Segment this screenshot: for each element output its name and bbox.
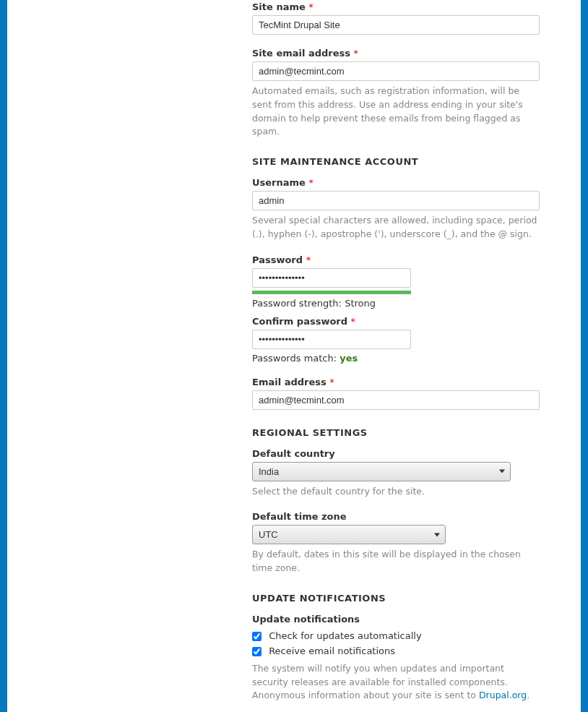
default-timezone-select-wrap: UTC xyxy=(252,525,446,544)
username-label: Username * xyxy=(252,177,541,188)
required-asterisk: * xyxy=(329,377,334,387)
password-label: Password * xyxy=(252,254,541,265)
password-match-text: Passwords match: yes xyxy=(252,353,541,364)
site-email-description: Automated emails, such as registration i… xyxy=(252,85,541,139)
default-timezone-label-text: Default time zone xyxy=(252,511,347,522)
account-email-label: Email address * xyxy=(252,377,541,387)
required-asterisk: * xyxy=(306,254,311,265)
confirm-password-label: Confirm password * xyxy=(252,316,541,327)
default-timezone-item: Default time zone UTC By default, dates … xyxy=(252,511,541,575)
password-match-value: yes xyxy=(340,353,358,364)
confirm-password-label-text: Confirm password xyxy=(252,316,347,327)
site-email-label: Site email address * xyxy=(252,48,541,59)
account-email-label-text: Email address xyxy=(252,377,327,387)
default-country-description: Select the default country for the site. xyxy=(252,485,541,499)
update-desc-post: . xyxy=(527,690,529,700)
receive-email-label: Receive email notifications xyxy=(269,645,395,656)
password-strength-value: Strong xyxy=(345,298,376,309)
white-page: Site name * Site email address * Automat… xyxy=(7,0,581,712)
confirm-password-input[interactable] xyxy=(252,330,411,349)
default-country-item: Default country India Select the default… xyxy=(252,448,541,499)
account-email-item: Email address * xyxy=(252,377,541,410)
default-timezone-description: By default, dates in this site will be d… xyxy=(252,548,541,575)
site-name-label-text: Site name xyxy=(252,1,306,12)
required-asterisk: * xyxy=(308,1,314,12)
check-updates-label: Check for updates automatically xyxy=(269,630,421,641)
confirm-password-item: Confirm password * Passwords match: yes xyxy=(252,316,541,364)
update-description: The system will notify you when updates … xyxy=(252,662,541,703)
site-name-input[interactable] xyxy=(252,15,540,35)
default-timezone-select[interactable]: UTC xyxy=(252,525,446,544)
password-strength-label: Password strength: xyxy=(252,298,345,309)
outer-frame: Site name * Site email address * Automat… xyxy=(0,0,588,712)
password-label-text: Password xyxy=(252,254,303,265)
regional-heading: REGIONAL SETTINGS xyxy=(252,427,541,438)
username-description: Several special characters are allowed, … xyxy=(252,214,541,241)
required-asterisk: * xyxy=(308,177,314,188)
site-name-item: Site name * xyxy=(252,1,541,35)
default-timezone-label: Default time zone xyxy=(252,511,541,522)
password-input[interactable] xyxy=(252,268,411,288)
form-content: Site name * Site email address * Automat… xyxy=(252,0,541,712)
username-input[interactable] xyxy=(252,191,540,210)
default-country-label: Default country xyxy=(252,448,541,459)
site-name-label: Site name * xyxy=(252,1,541,12)
maintenance-heading: SITE MAINTENANCE ACCOUNT xyxy=(252,156,541,167)
account-email-input[interactable] xyxy=(252,390,540,410)
username-label-text: Username xyxy=(252,177,306,188)
password-strength-text: Password strength: Strong xyxy=(252,298,541,309)
default-country-select[interactable]: India xyxy=(252,462,511,481)
check-updates-checkbox[interactable] xyxy=(252,632,261,641)
receive-email-checkbox[interactable] xyxy=(252,647,261,656)
password-item: Password * Password strength: Strong xyxy=(252,254,541,309)
update-heading: UPDATE NOTIFICATIONS xyxy=(252,593,541,604)
receive-email-row: Receive email notifications xyxy=(252,645,541,656)
default-country-label-text: Default country xyxy=(252,448,335,459)
required-asterisk: * xyxy=(351,316,356,327)
required-asterisk: * xyxy=(354,48,359,59)
default-country-select-wrap: India xyxy=(252,462,511,481)
check-updates-row: Check for updates automatically xyxy=(252,630,541,641)
update-subheading: Update notifications xyxy=(252,614,541,625)
password-strength-bar xyxy=(252,291,411,294)
site-email-item: Site email address * Automated emails, s… xyxy=(252,48,541,139)
username-item: Username * Several special characters ar… xyxy=(252,177,541,241)
password-match-label: Passwords match: xyxy=(252,353,340,364)
update-desc-pre: The system will notify you when updates … xyxy=(252,663,508,701)
site-email-label-text: Site email address xyxy=(252,48,350,59)
drupal-org-link[interactable]: Drupal.org xyxy=(479,690,527,700)
site-email-input[interactable] xyxy=(252,61,540,81)
